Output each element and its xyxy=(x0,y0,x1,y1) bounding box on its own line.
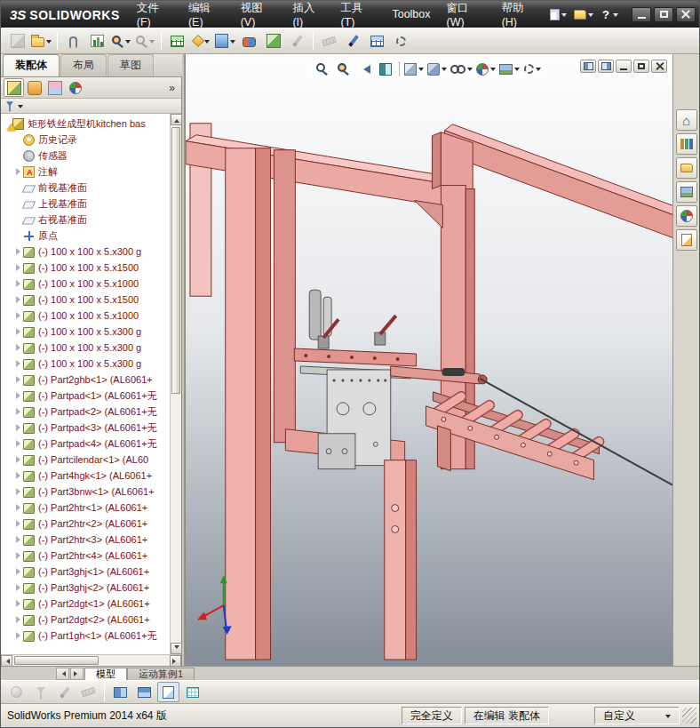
section-view-icon[interactable] xyxy=(376,60,395,78)
minimize-document-icon[interactable] xyxy=(616,60,632,73)
display-style-icon[interactable] xyxy=(426,60,448,78)
move-component-icon[interactable] xyxy=(238,31,260,52)
tree-item[interactable]: (-) Part2htr<2> (AL6061+ xyxy=(1,516,170,532)
tree-item[interactable]: (-) Partcilendar<1> (AL60 xyxy=(1,452,170,468)
document-tab[interactable]: 模型 xyxy=(84,668,127,680)
tree-item[interactable]: 传感器 xyxy=(1,148,170,164)
expand-arrow-icon[interactable] xyxy=(14,327,22,336)
resize-grip[interactable] xyxy=(682,708,696,724)
attachment-icon[interactable] xyxy=(62,31,84,52)
edit-component-icon[interactable] xyxy=(6,31,28,52)
maximize-button[interactable] xyxy=(654,7,673,22)
tab-scroll-left-button[interactable] xyxy=(56,668,69,680)
menu-item[interactable]: 帮助(H) xyxy=(494,1,546,28)
tree-item[interactable]: (-) Partpad<3> (AL6061+无 xyxy=(1,420,170,436)
expand-arrow-icon[interactable] xyxy=(14,631,22,640)
tree-item[interactable]: (-) Part2htr<4> (AL6061+ xyxy=(1,548,170,564)
next-window-icon[interactable] xyxy=(598,60,614,73)
expand-arrow-icon[interactable] xyxy=(14,199,22,208)
expand-arrow-icon[interactable] xyxy=(14,135,22,144)
tree-item[interactable]: (-) 100 x 100 x 5.x300 g xyxy=(1,244,170,260)
tree-item[interactable]: 前视基准面 xyxy=(1,180,170,196)
restore-document-icon[interactable] xyxy=(633,60,649,73)
expand-arrow-icon[interactable] xyxy=(14,535,22,544)
menu-item[interactable]: 插入(I) xyxy=(284,1,332,28)
command-tab[interactable]: 草图 xyxy=(107,54,154,76)
expand-arrow-icon[interactable] xyxy=(14,471,22,480)
open-document-icon[interactable] xyxy=(30,31,52,52)
single-view-icon[interactable] xyxy=(157,682,179,702)
tree-item[interactable]: (-) Part4hgk<1> (AL6061+ xyxy=(1,468,170,484)
zoom-area-icon[interactable] xyxy=(134,31,156,52)
propertymanager-tab[interactable] xyxy=(24,78,44,97)
tree-item[interactable]: (-) Part3ghj<2> (AL6061+ xyxy=(1,580,170,596)
featuremanager-tab[interactable] xyxy=(4,78,24,97)
document-tab[interactable]: 运动算例1 xyxy=(127,668,195,680)
scroll-track[interactable] xyxy=(171,125,181,643)
measure-icon[interactable] xyxy=(77,682,99,702)
expand-arrow-icon[interactable] xyxy=(14,295,22,304)
tree-item[interactable]: (-) 100 x 100 x 5.x300 g xyxy=(1,340,170,356)
expand-arrow-icon[interactable] xyxy=(14,311,22,320)
selection-filter-icon[interactable] xyxy=(29,682,52,702)
previous-window-icon[interactable] xyxy=(580,60,596,73)
expand-arrow-icon[interactable] xyxy=(14,583,22,592)
sketch-icon[interactable] xyxy=(286,31,308,52)
tree-item[interactable]: (-) Part1gh<1> (AL6061+无 xyxy=(1,628,170,644)
hide-show-items-icon[interactable] xyxy=(449,60,473,78)
expand-arrow-icon[interactable] xyxy=(14,151,22,160)
panel-overflow-chevron[interactable] xyxy=(165,82,179,94)
viewport-horizontal-icon[interactable] xyxy=(133,682,155,702)
expand-arrow-icon[interactable] xyxy=(14,439,22,448)
menu-item[interactable]: Toolbox xyxy=(384,1,438,28)
tree-item[interactable]: (-) Part2ghb<1> (AL6061+ xyxy=(1,372,170,388)
scroll-down-button[interactable] xyxy=(171,643,182,654)
expand-arrow-icon[interactable] xyxy=(14,599,22,608)
new-document-icon[interactable] xyxy=(546,7,570,22)
tree-item[interactable]: (-) 100 x 100 x 5.x300 g xyxy=(1,356,170,372)
edit-appearance-icon[interactable] xyxy=(475,60,497,78)
measure-icon[interactable] xyxy=(318,31,340,52)
annotate-icon[interactable] xyxy=(53,682,76,702)
expand-arrow-icon[interactable] xyxy=(14,407,22,416)
evaluate-chart-icon[interactable] xyxy=(86,31,108,52)
file-explorer-icon[interactable] xyxy=(676,157,697,179)
scroll-thumb[interactable] xyxy=(171,127,180,394)
viewport-split-icon[interactable] xyxy=(109,682,131,702)
expand-arrow-icon[interactable] xyxy=(14,487,22,496)
options-icon[interactable] xyxy=(390,31,412,52)
tree-item[interactable]: 注解 xyxy=(1,164,170,180)
draft-grid-icon[interactable] xyxy=(181,682,203,702)
mate-icon[interactable] xyxy=(214,31,236,52)
tree-item[interactable]: (-) 100 x 100 x 5.x1500 xyxy=(1,292,170,308)
expand-arrow-icon[interactable] xyxy=(14,567,22,576)
tree-item[interactable]: (-) 100 x 100 x 5.x1500 xyxy=(1,260,170,276)
expand-arrow-icon[interactable] xyxy=(14,263,22,272)
tree-item[interactable]: 右视基准面 xyxy=(1,212,170,228)
expand-arrow-icon[interactable] xyxy=(14,519,22,528)
close-document-icon[interactable] xyxy=(651,60,667,73)
tree-item[interactable]: 历史记录 xyxy=(1,132,170,148)
apply-scene-icon[interactable] xyxy=(498,60,521,78)
expand-arrow-icon[interactable] xyxy=(14,343,22,352)
mass-properties-icon[interactable] xyxy=(5,682,28,702)
line-tool-icon[interactable] xyxy=(342,31,364,52)
minimize-button[interactable] xyxy=(632,7,651,22)
expand-arrow-icon[interactable] xyxy=(14,247,22,256)
tab-scroll-right-button[interactable] xyxy=(70,668,84,680)
command-tab[interactable]: 布局 xyxy=(60,54,107,76)
smart-fastener-icon[interactable] xyxy=(190,31,212,52)
tree-item[interactable]: (-) Part2dgt<1> (AL6061+ xyxy=(1,596,170,612)
filter-funnel-icon[interactable] xyxy=(6,101,13,110)
expand-arrow-icon[interactable] xyxy=(14,359,22,368)
scroll-thumb[interactable] xyxy=(14,656,99,665)
tree-item[interactable]: (-) Partpad<2> (AL6061+无 xyxy=(1,404,170,420)
tree-item[interactable]: (-) 100 x 100 x 5.x1000 xyxy=(1,308,170,324)
displaymanager-tab[interactable] xyxy=(65,78,85,97)
configurationmanager-tab[interactable] xyxy=(44,78,65,97)
tree-item[interactable]: 上视基准面 xyxy=(1,196,170,212)
view-palette-icon[interactable] xyxy=(676,181,697,203)
tree-item[interactable]: (-) Part2dgt<2> (AL6061+ xyxy=(1,612,170,628)
bom-table-icon[interactable] xyxy=(366,31,388,52)
appearances-scenes-icon[interactable] xyxy=(676,205,697,227)
